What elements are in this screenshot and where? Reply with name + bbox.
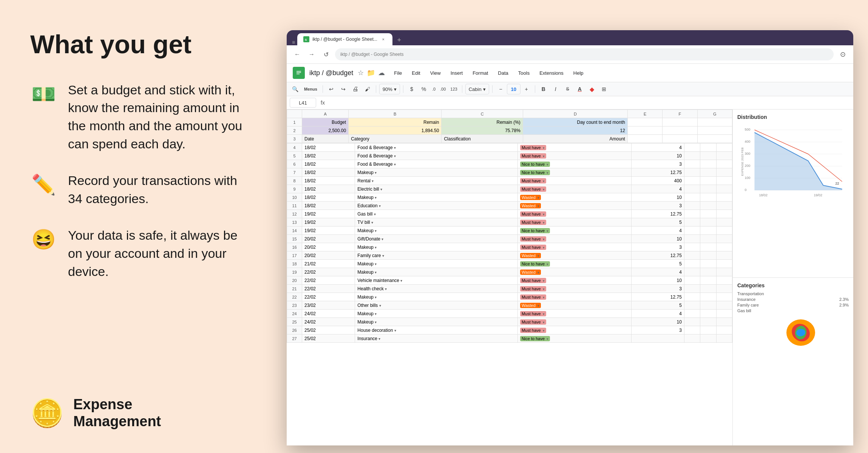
redo-btn[interactable]: ↪: [338, 84, 349, 94]
table-row[interactable]: 26 25/02 House decoration ▾ Must have ▾ …: [287, 326, 732, 334]
daycount-value[interactable]: 12: [523, 126, 627, 135]
table-row[interactable]: 21 22/02 Health check ▾ Must have ▾ 3: [287, 285, 732, 293]
table-row[interactable]: 16 20/02 Makeup ▾ Must have ▾ 3: [287, 243, 732, 251]
menu-data[interactable]: Data: [493, 68, 513, 78]
table-row[interactable]: 17 20/02 Family care ▾ Wasted ▾ 12.75: [287, 251, 732, 260]
dec-plus-btn[interactable]: .00: [439, 84, 447, 94]
new-tab-button[interactable]: +: [394, 35, 405, 45]
table-row[interactable]: 24 24/02 Makeup ▾ Must have ▾ 4: [287, 310, 732, 318]
col-d[interactable]: D: [523, 110, 627, 118]
col-g[interactable]: G: [697, 110, 732, 118]
menu-format[interactable]: Format: [468, 68, 493, 78]
table-row[interactable]: 12 19/02 Gas bill ▾ Must have ▾ 12.75: [287, 210, 732, 218]
remain-pct-label[interactable]: Remain (%): [442, 118, 523, 126]
tab-close-btn[interactable]: ×: [380, 36, 386, 42]
table-row[interactable]: 10 18/02 Makeup ▾ Wasted ▾ 10: [287, 193, 732, 202]
feature-text-2: Record your transactions with 34 categor…: [68, 172, 249, 208]
active-tab[interactable]: S iktp / @budget - Google Sheet... ×: [297, 33, 392, 45]
font-select[interactable]: Cabin ▾: [465, 84, 489, 94]
svg-text:0: 0: [745, 188, 747, 192]
strikethrough-btn[interactable]: S: [562, 84, 573, 94]
budget-value[interactable]: 2,500.00: [302, 126, 349, 135]
col-f[interactable]: F: [663, 110, 697, 118]
format-paint-btn[interactable]: 🖌: [362, 84, 373, 94]
format-123-btn[interactable]: 123: [449, 84, 459, 94]
menus-btn[interactable]: Menus: [302, 84, 320, 94]
star-icon[interactable]: ☆: [358, 69, 364, 77]
formula-bar: L41 fx: [287, 96, 853, 109]
remain-label[interactable]: Remain: [349, 118, 442, 126]
col-e[interactable]: E: [627, 110, 662, 118]
address-bar[interactable]: iktp / @budget - Google Sheets: [335, 48, 834, 60]
table-row[interactable]: 20 22/02 Vehicle maintenance ▾ Must have…: [287, 276, 732, 285]
cell-reference[interactable]: L41: [290, 98, 316, 108]
refresh-button[interactable]: ↺: [321, 49, 331, 60]
table-row[interactable]: 6 18/02 Food & Beverage ▾ Nice to have ▾…: [287, 160, 732, 168]
menu-tools[interactable]: Tools: [514, 68, 534, 78]
percent-btn[interactable]: %: [419, 84, 429, 94]
feature-text-3: Your data is safe, it always be on your …: [68, 226, 249, 280]
currency-btn[interactable]: $: [406, 84, 417, 94]
table-row[interactable]: 14 19/02 Makeup ▾ Nice to have ▾ 4: [287, 226, 732, 235]
italic-btn[interactable]: I: [550, 84, 561, 94]
table-row[interactable]: 13 19/02 TV bill ▾ Must have ▾ 5: [287, 218, 732, 226]
dec-minus-btn[interactable]: .0: [431, 84, 437, 94]
remain-value[interactable]: 1,894.50: [349, 126, 442, 135]
menu-view[interactable]: View: [426, 68, 445, 78]
col-c[interactable]: C: [442, 110, 523, 118]
toolbar-div-5: [492, 85, 493, 93]
font-size-increase-btn[interactable]: +: [521, 84, 532, 94]
table-row[interactable]: 23 23/02 Other bills ▾ Wasted ▾ 5: [287, 301, 732, 310]
budget-label[interactable]: Budget: [302, 118, 349, 126]
fill-color-btn[interactable]: ◆: [587, 84, 597, 94]
back-button[interactable]: ←: [292, 49, 303, 60]
chart-panel: Distribution 500 400 300 200 100 0 EXPEN…: [732, 109, 853, 445]
table-row[interactable]: 5 18/02 Food & Beverage ▾ Must have ▾ 10: [287, 152, 732, 160]
folder-icon[interactable]: 📁: [367, 69, 375, 77]
features-list: 💵 Set a budget and stick with it, know t…: [30, 81, 249, 280]
profile-btn[interactable]: ⊙: [837, 49, 848, 60]
menu-help[interactable]: Help: [569, 68, 588, 78]
zoom-control[interactable]: 90% ▾: [379, 84, 400, 94]
menu-file[interactable]: File: [389, 68, 406, 78]
table-row[interactable]: 4 18/02 Food & Beverage ▾ Must have ▾ 4: [287, 143, 732, 152]
borders-btn[interactable]: ⊞: [599, 84, 609, 94]
table-row[interactable]: 18 21/02 Makeup ▾ Nice to have ▾ 5: [287, 260, 732, 268]
toolbar-div-3: [403, 85, 403, 93]
categories-title: Categories: [737, 282, 849, 288]
sheets-title: iktp / @budget: [309, 69, 353, 77]
toolbar-div-2: [376, 85, 376, 93]
col-b[interactable]: B: [349, 110, 442, 118]
bold-btn[interactable]: B: [538, 84, 549, 94]
table-row[interactable]: 25 24/02 Makeup ▾ Must have ▾ 10: [287, 318, 732, 326]
undo-btn[interactable]: ↩: [326, 84, 337, 94]
table-row[interactable]: 7 18/02 Makeup ▾ Nice to have ▾ 12.75: [287, 168, 732, 177]
font-size-decrease-btn[interactable]: −: [496, 84, 506, 94]
forward-button[interactable]: →: [306, 49, 317, 60]
table-row[interactable]: 9 18/02 Electric bill ▾ Must have ▾ 4: [287, 185, 732, 193]
formula-input[interactable]: [329, 98, 850, 108]
table-row[interactable]: 15 20/02 Gift/Donate ▾ Must have ▾ 10: [287, 235, 732, 243]
table-row[interactable]: 11 18/02 Education ▾ Wasted ▾ 3: [287, 202, 732, 210]
text-color-btn[interactable]: A: [575, 84, 585, 94]
browser-menu-btn[interactable]: ≡: [292, 39, 295, 45]
search-btn[interactable]: 🔍: [290, 84, 300, 94]
remain-pct-value[interactable]: 75.78%: [442, 126, 523, 135]
cloud-icon[interactable]: ☁: [378, 69, 385, 77]
table-row[interactable]: 22 22/02 Makeup ▾ Must have ▾ 12.75: [287, 293, 732, 301]
menu-edit[interactable]: Edit: [407, 68, 425, 78]
table-row[interactable]: 27 25/02 Insurance ▾ Nice to have ▾: [287, 334, 732, 343]
font-size-box[interactable]: 10: [507, 84, 520, 94]
menu-insert[interactable]: Insert: [446, 68, 468, 78]
col-a[interactable]: A: [302, 110, 349, 118]
print-btn[interactable]: 🖨: [350, 84, 361, 94]
daycount-label[interactable]: Day count to end month: [523, 118, 627, 126]
pie-chart-container: [737, 317, 849, 348]
brand: 🪙 Expense Management: [30, 396, 249, 430]
right-panel: ≡ S iktp / @budget - Google Sheet... × +…: [272, 0, 868, 453]
table-row[interactable]: 8 18/02 Rental ▾ Must have ▾ 400: [287, 177, 732, 185]
menu-extensions[interactable]: Extensions: [535, 68, 568, 78]
table-row[interactable]: 19 22/02 Makeup ▾ Wasted ▾ 4: [287, 268, 732, 276]
font-size-control: − 10 +: [496, 84, 532, 94]
toolbar-div-6: [535, 85, 535, 93]
